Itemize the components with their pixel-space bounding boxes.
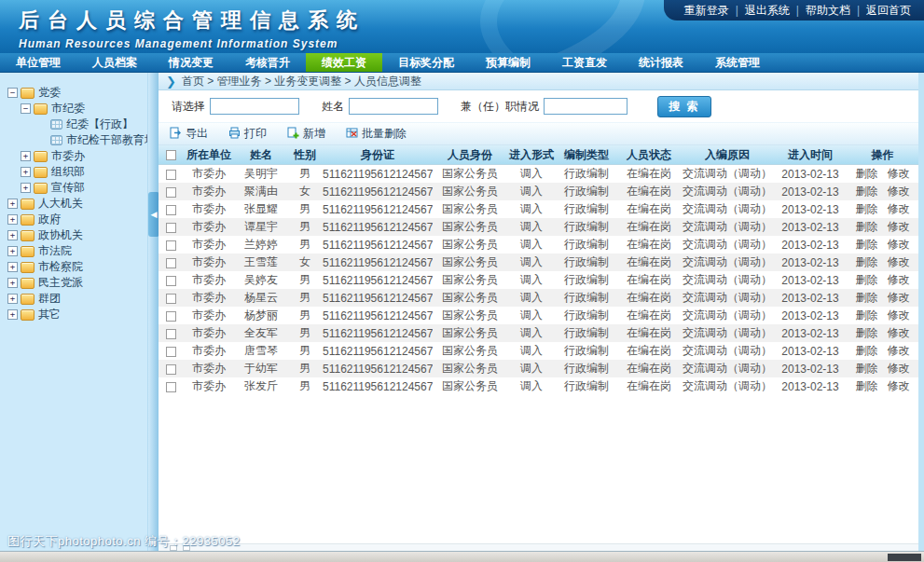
menu-item-6[interactable]: 预算编制	[470, 53, 546, 72]
row-checkbox[interactable]	[166, 347, 176, 357]
tree-node-10[interactable]: +市法院	[0, 243, 147, 259]
cell-entry_form: 调入	[507, 237, 556, 253]
delete-link[interactable]: 删除	[856, 185, 878, 198]
row-checkbox[interactable]	[166, 205, 176, 215]
toolbar-export-button[interactable]: 导出	[170, 126, 208, 142]
menu-item-5[interactable]: 目标奖分配	[382, 53, 470, 72]
edit-link[interactable]: 修改	[888, 185, 910, 198]
edit-link[interactable]: 修改	[888, 362, 910, 375]
row-checkbox[interactable]	[166, 382, 176, 392]
row-checkbox[interactable]	[166, 240, 176, 251]
menu-item-7[interactable]: 工资直发	[546, 53, 623, 72]
top-link-1[interactable]: 退出系统	[745, 3, 790, 19]
menu-item-1[interactable]: 人员档案	[76, 53, 153, 72]
sidebar-collapse-strip[interactable]: ◀	[147, 73, 159, 551]
delete-link[interactable]: 删除	[856, 362, 878, 375]
expand-node-icon[interactable]: +	[7, 214, 18, 225]
cell-establishment_type: 行政编制	[556, 308, 617, 323]
tree-node-2[interactable]: 纪委【行政】	[0, 117, 147, 132]
tree-node-14[interactable]: +其它	[0, 307, 147, 322]
table-leaf-icon	[50, 119, 62, 130]
tree-node-3[interactable]: 市纪检干部教育培训中心	[0, 132, 147, 148]
collapse-node-icon[interactable]: −	[21, 103, 31, 114]
menu-item-0[interactable]: 单位管理	[0, 53, 76, 72]
tree-node-12[interactable]: +民主党派	[0, 275, 147, 291]
expand-node-icon[interactable]: +	[21, 167, 31, 177]
name-filter-input[interactable]	[349, 98, 438, 115]
select-all-checkbox[interactable]	[166, 150, 176, 160]
toolbar-batch-delete-button[interactable]: 批量删除	[346, 126, 407, 142]
tree-node-4[interactable]: +市委办	[0, 148, 147, 164]
row-checkbox[interactable]	[166, 329, 176, 339]
tree-node-6[interactable]: +宣传部	[0, 180, 147, 196]
edit-link[interactable]: 修改	[888, 255, 910, 268]
table-row: 市委办唐雪琴男511621195612124567国家公务员调入行政编制在编在岗…	[159, 342, 918, 360]
edit-link[interactable]: 修改	[888, 167, 910, 180]
collapse-node-icon[interactable]: −	[7, 88, 18, 98]
delete-link[interactable]: 删除	[856, 220, 878, 233]
tree-node-8[interactable]: +政府	[0, 212, 147, 227]
edit-link[interactable]: 修改	[888, 326, 910, 339]
expand-node-icon[interactable]: +	[21, 183, 31, 193]
tree-node-11[interactable]: +市检察院	[0, 259, 147, 275]
expand-node-icon[interactable]: +	[7, 262, 18, 272]
row-checkbox[interactable]	[166, 170, 176, 180]
menu-item-4[interactable]: 绩效工资	[306, 53, 382, 72]
toolbar-add-button[interactable]: 新增	[287, 126, 325, 142]
delete-link[interactable]: 删除	[856, 167, 878, 180]
tree-node-9[interactable]: +政协机关	[0, 227, 147, 243]
delete-link[interactable]: 删除	[856, 344, 878, 357]
expand-node-icon[interactable]: +	[7, 199, 18, 209]
expand-node-icon[interactable]: +	[7, 309, 18, 320]
job-filter-input[interactable]	[544, 98, 627, 115]
edit-link[interactable]: 修改	[888, 308, 910, 322]
top-link-3[interactable]: 返回首页	[866, 3, 911, 19]
delete-link[interactable]: 删除	[856, 308, 878, 322]
edit-link[interactable]: 修改	[888, 344, 910, 357]
delete-link[interactable]: 删除	[856, 273, 878, 286]
top-link-2[interactable]: 帮助文档	[806, 3, 850, 19]
menu-item-2[interactable]: 情况变更	[153, 53, 229, 72]
expand-node-icon[interactable]: +	[21, 151, 31, 161]
delete-link[interactable]: 删除	[856, 291, 878, 304]
menu-item-9[interactable]: 系统管理	[699, 53, 776, 72]
toolbar-print-button[interactable]: 打印	[228, 126, 267, 142]
select-filter-input[interactable]	[210, 98, 299, 115]
row-checkbox[interactable]	[166, 276, 176, 286]
expand-node-icon[interactable]: +	[7, 246, 18, 256]
tree-node-7[interactable]: +人大机关	[0, 196, 147, 212]
delete-link[interactable]: 删除	[856, 202, 878, 215]
tree-node-1[interactable]: −市纪委	[0, 101, 147, 117]
expand-node-icon[interactable]: +	[7, 278, 18, 288]
row-checkbox[interactable]	[166, 187, 176, 198]
top-link-0[interactable]: 重新登录	[684, 3, 729, 19]
cell-establishment_type: 行政编制	[556, 378, 617, 394]
row-checkbox[interactable]	[166, 364, 176, 375]
delete-link[interactable]: 删除	[856, 379, 878, 392]
cell-reason: 交流调动（调动）	[681, 166, 774, 182]
expand-node-icon[interactable]: +	[7, 230, 18, 240]
row-checkbox[interactable]	[166, 258, 176, 268]
cell-actions: 删除修改	[847, 201, 918, 217]
tree-node-0[interactable]: −党委	[0, 85, 147, 101]
edit-link[interactable]: 修改	[888, 202, 910, 215]
edit-link[interactable]: 修改	[888, 291, 910, 304]
row-checkbox[interactable]	[166, 294, 176, 304]
tree-node-13[interactable]: +群团	[0, 291, 147, 307]
menu-item-3[interactable]: 考核晋升	[229, 53, 306, 72]
delete-link[interactable]: 删除	[856, 255, 878, 268]
menu-item-8[interactable]: 统计报表	[623, 53, 699, 72]
row-checkbox[interactable]	[166, 223, 176, 233]
edit-link[interactable]: 修改	[888, 220, 910, 233]
edit-link[interactable]: 修改	[888, 238, 910, 251]
edit-link[interactable]: 修改	[888, 273, 910, 286]
delete-link[interactable]: 删除	[856, 238, 878, 251]
expand-node-icon[interactable]: +	[7, 294, 18, 304]
batch-delete-icon	[346, 127, 358, 142]
cell-unit: 市委办	[183, 343, 235, 359]
row-checkbox[interactable]	[166, 311, 176, 322]
search-button[interactable]: 搜 索	[657, 96, 711, 117]
edit-link[interactable]: 修改	[888, 379, 910, 392]
tree-node-5[interactable]: +组织部	[0, 164, 147, 180]
delete-link[interactable]: 删除	[856, 326, 878, 339]
